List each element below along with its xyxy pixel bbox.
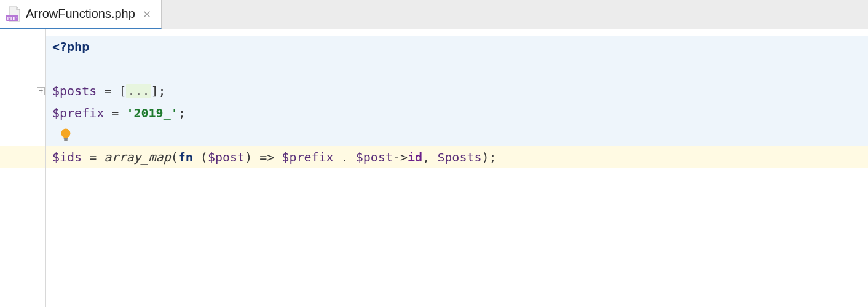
op-concat: . [334,150,356,165]
intention-bulb-icon[interactable] [60,128,72,142]
var-prefix: $prefix [282,150,333,165]
fn-arraymap: array_map [104,150,170,165]
code-line[interactable] [46,124,868,146]
op-assign: = [82,150,104,165]
kw-fn: fn [178,150,193,165]
code-line[interactable]: $posts = [ ... ]; [46,80,868,102]
code-line[interactable] [46,58,868,80]
code-editor[interactable]: <?php $posts = [ ... ]; $prefix = '2019_… [0,29,868,307]
string-2019: '2019_' [126,106,178,120]
paren-open: ( [200,150,208,165]
paren-close-semi: ); [482,150,497,165]
var-posts: $posts [52,84,97,98]
folded-region[interactable]: ... [126,84,151,98]
code-line[interactable]: $prefix = '2019_' ; [46,102,868,124]
php-open-tag: <?php [52,39,89,54]
code-area[interactable]: <?php $posts = [ ... ]; $prefix = '2019_… [46,29,868,307]
php-file-icon: PHP [6,6,22,22]
tab-filename: ArrowFunctions.php [26,7,135,21]
var-posts: $posts [437,150,481,165]
tab-arrowfunctions[interactable]: PHP ArrowFunctions.php [0,0,162,29]
prop-id: id [408,150,422,165]
space [193,150,200,165]
op-assign: = [97,84,119,98]
tab-bar: PHP ArrowFunctions.php [0,0,868,29]
svg-text:PHP: PHP [7,15,18,21]
op-arrow: => [252,150,282,165]
op-object: -> [393,150,408,165]
comma: , [422,150,437,165]
gutter [0,29,46,307]
bracket-open: [ [119,84,126,98]
var-post: $post [208,150,245,165]
fold-toggle[interactable] [37,87,45,95]
gutter-current-line-highlight [0,146,45,168]
paren-close: ) [245,150,252,165]
semicolon: ; [178,106,186,120]
tab-close-button[interactable] [143,10,151,18]
svg-point-2 [61,129,71,138]
var-prefix: $prefix [52,106,104,120]
var-ids: $ids [52,150,82,165]
op-assign: = [104,106,126,120]
svg-rect-4 [64,139,68,141]
var-post: $post [356,150,393,165]
bracket-close: ]; [151,84,166,98]
paren-open: ( [171,150,178,165]
svg-rect-3 [64,138,68,139]
code-line[interactable]: <?php [46,36,868,58]
code-line-current[interactable]: $ids = array_map ( fn ( $post ) => $pref… [46,146,868,168]
